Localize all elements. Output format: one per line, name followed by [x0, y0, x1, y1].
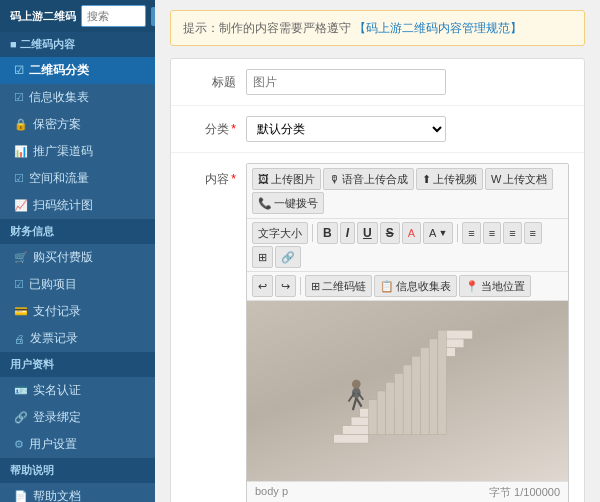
sidebar-item-purchased[interactable]: ☑ 已购项目 [0, 271, 155, 298]
svg-rect-16 [394, 374, 403, 435]
voice-upload-btn[interactable]: 🎙 语音上传合成 [323, 168, 414, 190]
doc-icon: W [491, 173, 501, 185]
info-collect-btn[interactable]: 📋 信息收集表 [374, 275, 457, 297]
bold-icon: B [323, 226, 332, 240]
bind-icon: 🔗 [14, 411, 28, 424]
separator3 [300, 277, 301, 295]
category-select-wrap: 默认分类 [246, 116, 569, 142]
svg-rect-14 [377, 391, 386, 434]
sidebar-section-content: ■ 二维码内容 [0, 32, 155, 57]
image-icon: 🖼 [258, 173, 269, 185]
invoice-icon: 🖨 [14, 333, 25, 345]
lock-icon: 🔒 [14, 118, 28, 131]
strikethrough-btn[interactable]: S [380, 222, 400, 244]
upload-image-btn[interactable]: 🖼 上传图片 [252, 168, 321, 190]
sidebar-item-buy-premium[interactable]: 🛒 购买付费版 [0, 244, 155, 271]
strikethrough-icon: S [386, 226, 394, 240]
one-click-call-btn[interactable]: 📞 一键拨号 [252, 192, 324, 214]
table-btn[interactable]: ⊞ [252, 246, 273, 268]
sidebar-item-payment-records[interactable]: 💳 支付记录 [0, 298, 155, 325]
sidebar-item-space-flow[interactable]: ☑ 空间和流量 [0, 165, 155, 192]
category-label: 分类 [186, 116, 246, 138]
sidebar-item-help-docs[interactable]: 📄 帮助文档 [0, 483, 155, 502]
promo-icon: 📊 [14, 145, 28, 158]
space-icon: ☑ [14, 172, 24, 185]
sidebar-item-promo-channel[interactable]: 📊 推广渠道码 [0, 138, 155, 165]
underline-btn[interactable]: U [357, 222, 378, 244]
redo-btn[interactable]: ↪ [275, 275, 296, 297]
settings-icon: ⚙ [14, 438, 24, 451]
category-select[interactable]: 默认分类 [246, 116, 446, 142]
svg-point-22 [352, 388, 361, 398]
align-right-btn[interactable]: ≡ [503, 222, 521, 244]
italic-btn[interactable]: I [340, 222, 355, 244]
font-bg-icon: A [429, 227, 436, 239]
align-center-btn[interactable]: ≡ [483, 222, 501, 244]
sidebar-item-preserve-scheme[interactable]: 🔒 保密方案 [0, 111, 155, 138]
upload-doc-btn[interactable]: W 上传文档 [485, 168, 553, 190]
align-right-icon: ≡ [509, 227, 515, 239]
content-image-area [247, 301, 568, 481]
qrcode-link-btn[interactable]: ⊞ 二维码链 [305, 275, 372, 297]
check-icon: ☑ [14, 64, 24, 77]
sidebar-section-help: 帮助说明 [0, 458, 155, 483]
form-row-content: 内容 🖼 上传图片 🎙 语音上传合成 [171, 153, 584, 502]
svg-line-26 [349, 393, 355, 402]
sidebar: 码上游二维码 🔍 搜索 ■ 二维码内容 ☑ 二维码分类 ☑ 信息收集表 🔒 保密… [0, 0, 155, 502]
align-center-icon: ≡ [489, 227, 495, 239]
toolbar-bottom: ↩ ↪ ⊞ 二维码链 📋 信息收集表 [247, 272, 568, 301]
main-content: 提示：制作的内容需要严格遵守 【码上游二维码内容管理规范】 标题 分类 默认分类 [155, 0, 600, 502]
video-icon: ⬆ [422, 173, 431, 186]
tip-box: 提示：制作的内容需要严格遵守 【码上游二维码内容管理规范】 [170, 10, 585, 46]
voice-icon: 🎙 [329, 173, 340, 185]
upload-video-btn[interactable]: ⬆ 上传视频 [416, 168, 483, 190]
phone-icon: 📞 [258, 197, 272, 210]
form-row-category: 分类 默认分类 [171, 106, 584, 153]
link-btn[interactable]: 🔗 [275, 246, 301, 268]
font-color-btn[interactable]: A [402, 222, 421, 244]
check-icon: ☑ [14, 91, 24, 104]
sidebar-search-input[interactable] [81, 5, 146, 27]
redo-icon: ↪ [281, 280, 290, 293]
stats-icon: 📈 [14, 199, 28, 212]
richtext-wrap: 🖼 上传图片 🎙 语音上传合成 ⬆ 上传视频 [246, 163, 569, 502]
title-input[interactable] [246, 69, 446, 95]
svg-point-23 [352, 380, 361, 389]
richtext-editor: 🖼 上传图片 🎙 语音上传合成 ⬆ 上传视频 [246, 163, 569, 502]
form-area: 标题 分类 默认分类 内容 [170, 58, 585, 502]
svg-line-24 [353, 398, 356, 410]
tip-link[interactable]: 【码上游二维码内容管理规范】 [354, 21, 522, 35]
svg-rect-19 [421, 348, 430, 435]
collect-icon: 📋 [380, 280, 394, 293]
svg-rect-18 [412, 356, 421, 434]
check-icon: ☑ [14, 278, 24, 291]
help-icon: 📄 [14, 490, 28, 502]
id-icon: 🪪 [14, 384, 28, 397]
table-icon: ⊞ [258, 251, 267, 264]
align-left-btn[interactable]: ≡ [462, 222, 480, 244]
font-color-icon: A [408, 227, 415, 239]
sidebar-item-login-bind[interactable]: 🔗 登录绑定 [0, 404, 155, 431]
align-left-icon: ≡ [468, 227, 474, 239]
list-btn[interactable]: ≡ [524, 222, 542, 244]
bold-btn[interactable]: B [317, 222, 338, 244]
body-tag: body p [255, 485, 288, 500]
toolbar-top: 🖼 上传图片 🎙 语音上传合成 ⬆ 上传视频 [247, 164, 568, 219]
font-size-btn[interactable]: 文字大小 [252, 222, 308, 244]
sidebar-item-scan-stats[interactable]: 📈 扫码统计图 [0, 192, 155, 219]
font-bg-btn[interactable]: A▼ [423, 222, 453, 244]
sidebar-section-user: 用户资料 [0, 352, 155, 377]
title-input-wrap [246, 69, 569, 95]
sidebar-item-qrcode-category[interactable]: ☑ 二维码分类 [0, 57, 155, 84]
sidebar-item-real-name[interactable]: 🪪 实名认证 [0, 377, 155, 404]
svg-rect-13 [368, 400, 377, 435]
title-label: 标题 [186, 69, 246, 91]
sidebar-item-user-settings[interactable]: ⚙ 用户设置 [0, 431, 155, 458]
sidebar-item-info-collect[interactable]: ☑ 信息收集表 [0, 84, 155, 111]
svg-line-25 [356, 398, 361, 407]
undo-btn[interactable]: ↩ [252, 275, 273, 297]
location-btn[interactable]: 📍 当地位置 [459, 275, 531, 297]
sidebar-item-invoice[interactable]: 🖨 发票记录 [0, 325, 155, 352]
italic-icon: I [346, 226, 349, 240]
richtext-footer: body p 字节 1/100000 [247, 481, 568, 502]
